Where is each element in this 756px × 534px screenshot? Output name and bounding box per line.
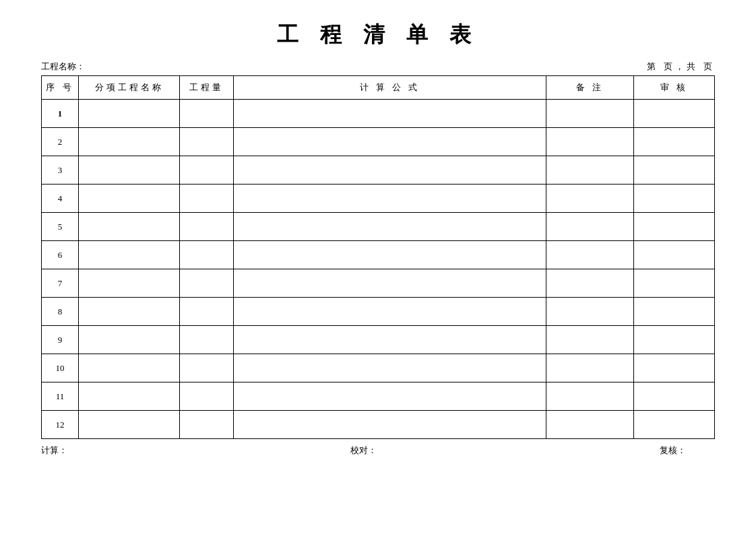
row-name-4: [79, 185, 180, 213]
row-num-7: 7: [42, 269, 79, 298]
row-gongcheng-9: [180, 326, 234, 354]
table-row: 12: [42, 411, 715, 439]
row-formula-1: [234, 100, 546, 128]
row-beizhu-11: [546, 382, 634, 411]
row-shenhe-7: [634, 269, 715, 298]
footer-calc: 计算：: [41, 444, 96, 457]
row-num-9: 9: [42, 326, 79, 354]
check-value: [379, 444, 406, 457]
main-table: 序 号 分项工程名称 工程量 计 算 公 式 备 注 审 核 1 2: [41, 75, 715, 439]
row-shenhe-2: [634, 128, 715, 156]
row-gongcheng-7: [180, 269, 234, 298]
page-of-label: 页，共: [664, 61, 698, 73]
row-gongcheng-12: [180, 411, 234, 439]
row-shenhe-5: [634, 213, 715, 241]
row-shenhe-4: [634, 185, 715, 213]
table-header-row: 序 号 分项工程名称 工程量 计 算 公 式 备 注 审 核: [42, 76, 715, 100]
row-name-9: [79, 326, 180, 354]
row-shenhe-11: [634, 382, 715, 411]
row-beizhu-1: [546, 100, 634, 128]
row-beizhu-7: [546, 269, 634, 298]
row-shenhe-12: [634, 411, 715, 439]
table-row: 1: [42, 100, 715, 128]
row-name-3: [79, 156, 180, 185]
row-gongcheng-4: [180, 185, 234, 213]
row-num-5: 5: [42, 213, 79, 241]
row-shenhe-1: [634, 100, 715, 128]
row-beizhu-8: [546, 298, 634, 326]
row-gongcheng-5: [180, 213, 234, 241]
row-shenhe-8: [634, 298, 715, 326]
row-num-8: 8: [42, 298, 79, 326]
row-beizhu-4: [546, 185, 634, 213]
row-beizhu-10: [546, 354, 634, 382]
row-shenhe-10: [634, 354, 715, 382]
table-row: 6: [42, 241, 715, 269]
page-label: 第: [647, 61, 658, 73]
page-end-label: 页: [703, 61, 715, 73]
row-name-5: [79, 213, 180, 241]
table-row: 11: [42, 382, 715, 411]
review-value: [689, 444, 715, 457]
header-beizhu: 备 注: [546, 76, 634, 100]
row-formula-7: [234, 269, 546, 298]
table-row: 9: [42, 326, 715, 354]
row-beizhu-6: [546, 241, 634, 269]
table-row: 10: [42, 354, 715, 382]
row-formula-6: [234, 241, 546, 269]
row-formula-4: [234, 185, 546, 213]
table-row: 4: [42, 185, 715, 213]
footer-review: 复核：: [660, 444, 715, 457]
meta-right: 第 页，共 页: [647, 61, 715, 73]
row-num-6: 6: [42, 241, 79, 269]
row-formula-12: [234, 411, 546, 439]
row-num-3: 3: [42, 156, 79, 185]
page-title: 工 程 清 单 表: [41, 20, 715, 50]
row-gongcheng-8: [180, 298, 234, 326]
row-formula-8: [234, 298, 546, 326]
check-label: 校对：: [350, 444, 377, 457]
row-name-11: [79, 382, 180, 411]
row-name-1: [79, 100, 180, 128]
project-name-label: 工程名称：: [41, 61, 85, 73]
table-row: 5: [42, 213, 715, 241]
row-num-11: 11: [42, 382, 79, 411]
row-gongcheng-2: [180, 128, 234, 156]
row-gongcheng-3: [180, 156, 234, 185]
row-formula-10: [234, 354, 546, 382]
row-name-7: [79, 269, 180, 298]
table-row: 2: [42, 128, 715, 156]
row-name-6: [79, 241, 180, 269]
calc-value: [70, 444, 96, 457]
row-gongcheng-10: [180, 354, 234, 382]
row-shenhe-3: [634, 156, 715, 185]
header-xuhao: 序 号: [42, 76, 79, 100]
row-num-4: 4: [42, 185, 79, 213]
header-shenhe: 审 核: [634, 76, 715, 100]
row-shenhe-9: [634, 326, 715, 354]
header-gongcheng: 工程量: [180, 76, 234, 100]
row-formula-3: [234, 156, 546, 185]
header-name: 分项工程名称: [79, 76, 180, 100]
row-formula-5: [234, 213, 546, 241]
table-row: 8: [42, 298, 715, 326]
row-beizhu-12: [546, 411, 634, 439]
page-container: 工 程 清 单 表 工程名称： 第 页，共 页 序 号 分项工程名称 工程量 计…: [41, 20, 715, 457]
row-formula-9: [234, 326, 546, 354]
table-row: 3: [42, 156, 715, 185]
row-gongcheng-6: [180, 241, 234, 269]
row-num-2: 2: [42, 128, 79, 156]
row-gongcheng-1: [180, 100, 234, 128]
row-formula-2: [234, 128, 546, 156]
row-beizhu-3: [546, 156, 634, 185]
row-shenhe-6: [634, 241, 715, 269]
review-label: 复核：: [660, 444, 686, 457]
row-name-8: [79, 298, 180, 326]
row-num-10: 10: [42, 354, 79, 382]
row-name-12: [79, 411, 180, 439]
calc-label: 计算：: [41, 444, 67, 457]
row-name-2: [79, 128, 180, 156]
row-gongcheng-11: [180, 382, 234, 411]
meta-left: 工程名称：: [41, 61, 88, 73]
table-row: 7: [42, 269, 715, 298]
